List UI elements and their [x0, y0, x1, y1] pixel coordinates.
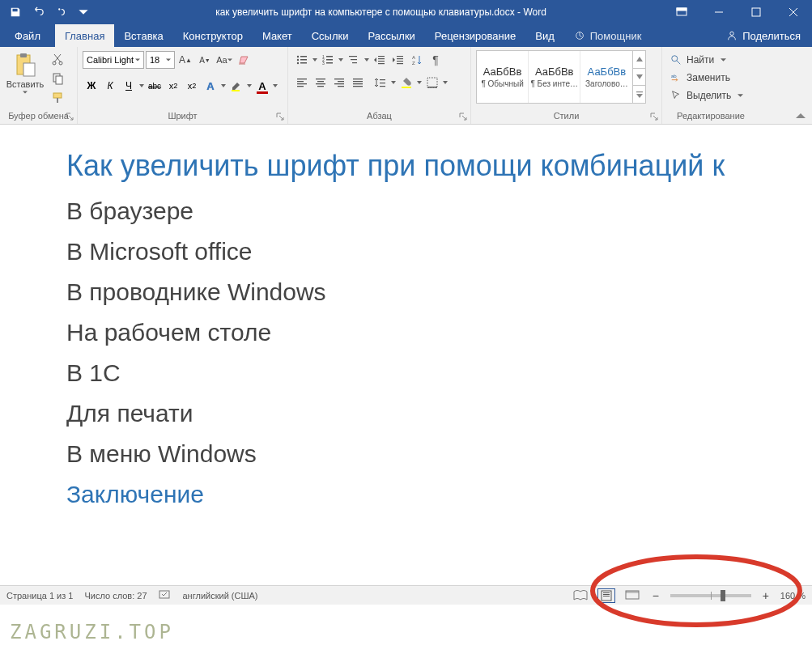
tab-file[interactable]: Файл: [0, 24, 55, 47]
tab-review[interactable]: Рецензирование: [425, 24, 525, 47]
show-marks-button[interactable]: ¶: [427, 51, 444, 69]
bold-button[interactable]: Ж: [83, 77, 100, 95]
zoom-slider[interactable]: [670, 594, 751, 597]
ribbon-display-options-button[interactable]: [663, 0, 700, 24]
change-case-button[interactable]: Aa: [215, 51, 233, 69]
document-area[interactable]: Как увеличить шрифт при помощи комбинаци…: [0, 125, 812, 585]
tab-mailings[interactable]: Рассылки: [358, 24, 424, 47]
sort-button[interactable]: AZ: [408, 51, 426, 69]
view-web-button[interactable]: [623, 588, 641, 603]
close-button[interactable]: [775, 0, 812, 24]
multilevel-dropdown[interactable]: [363, 51, 370, 69]
qat-customize-button[interactable]: [73, 2, 94, 23]
format-painter-button[interactable]: [49, 89, 66, 107]
paragraph-dialog-launcher[interactable]: [457, 111, 469, 122]
multilevel-list-button[interactable]: [345, 51, 363, 69]
font-dialog-launcher[interactable]: [274, 111, 286, 122]
tab-references[interactable]: Ссылки: [302, 24, 359, 47]
increase-indent-button[interactable]: [389, 51, 407, 69]
shading-dropdown[interactable]: [416, 74, 423, 91]
style-heading1[interactable]: АаБбВв Заголово…: [580, 51, 632, 103]
underline-dropdown[interactable]: [138, 77, 145, 95]
line-spacing-dropdown[interactable]: [390, 74, 397, 91]
style-no-spacing[interactable]: АаБбВв ¶ Без инте…: [529, 51, 580, 103]
font-color-button[interactable]: A: [253, 77, 271, 95]
grow-font-button[interactable]: A▲: [176, 51, 194, 69]
zoom-out-button[interactable]: −: [649, 589, 662, 602]
find-button[interactable]: Найти: [667, 52, 746, 68]
status-word-count[interactable]: Число слов: 27: [84, 591, 147, 601]
tell-me-button[interactable]: Помощник: [564, 24, 652, 47]
numbering-button[interactable]: 123: [319, 51, 337, 69]
doc-heading-1: Как увеличить шрифт при помощи комбинаци…: [66, 149, 812, 183]
clear-formatting-button[interactable]: [235, 51, 253, 69]
styles-dialog-launcher[interactable]: [648, 111, 660, 122]
justify-button[interactable]: [349, 74, 367, 91]
doc-section: В проводнике Windows: [66, 278, 812, 306]
bullets-button[interactable]: [293, 51, 311, 69]
text-effects-button[interactable]: A: [202, 77, 219, 95]
font-name-combo[interactable]: Calibri Light: [83, 51, 144, 69]
align-right-button[interactable]: [330, 74, 348, 91]
ribbon-tabs: Файл Главная Вставка Конструктор Макет С…: [0, 24, 812, 47]
borders-dropdown[interactable]: [442, 74, 449, 91]
status-proofing-icon[interactable]: [159, 589, 172, 602]
subscript-button[interactable]: x2: [164, 77, 182, 95]
tab-home[interactable]: Главная: [55, 24, 114, 47]
underline-button[interactable]: Ч: [120, 77, 138, 95]
collapse-ribbon-button[interactable]: [793, 109, 809, 122]
strikethrough-button[interactable]: abc: [146, 77, 164, 95]
redo-button[interactable]: [50, 2, 71, 23]
bullets-dropdown[interactable]: [312, 51, 318, 69]
share-button[interactable]: Поделиться: [715, 24, 812, 47]
gallery-down-button[interactable]: [633, 69, 645, 87]
view-print-button[interactable]: [597, 588, 615, 603]
save-button[interactable]: [5, 2, 26, 23]
zoom-level[interactable]: 160 %: [780, 591, 806, 601]
svg-rect-57: [353, 86, 363, 87]
window-title: как увеличить шрифт на компьютере с помо…: [99, 6, 663, 18]
zoom-in-button[interactable]: +: [759, 589, 772, 602]
maximize-button[interactable]: [738, 0, 775, 24]
gallery-more-button[interactable]: [633, 86, 645, 103]
highlight-button[interactable]: [227, 77, 245, 95]
svg-rect-43: [297, 81, 304, 82]
tab-layout[interactable]: Макет: [253, 24, 302, 47]
paste-button[interactable]: Вставить: [5, 50, 45, 105]
view-read-button[interactable]: [572, 588, 589, 603]
svg-rect-58: [380, 79, 385, 80]
align-center-button[interactable]: [312, 74, 329, 91]
borders-button[interactable]: [423, 74, 441, 91]
style-normal[interactable]: АаБбВв ¶ Обычный: [477, 51, 529, 103]
align-left-button[interactable]: [293, 74, 311, 91]
replace-button[interactable]: ab Заменить: [667, 70, 746, 86]
svg-point-21: [297, 62, 299, 64]
undo-button[interactable]: [28, 2, 49, 23]
copy-button[interactable]: [49, 70, 66, 87]
svg-rect-61: [402, 87, 411, 88]
status-page[interactable]: Страница 1 из 1: [6, 591, 73, 601]
zoom-slider-thumb[interactable]: [721, 590, 725, 601]
font-color-dropdown[interactable]: [272, 77, 278, 95]
select-button[interactable]: Выделить: [667, 87, 746, 104]
shrink-font-button[interactable]: A▼: [196, 51, 214, 69]
line-spacing-button[interactable]: [372, 74, 389, 91]
minimize-button[interactable]: [700, 0, 738, 24]
italic-button[interactable]: К: [101, 77, 119, 95]
cut-button[interactable]: [49, 50, 66, 68]
tab-view[interactable]: Вид: [525, 24, 564, 47]
clipboard-dialog-launcher[interactable]: [64, 111, 75, 122]
styles-gallery[interactable]: АаБбВв ¶ Обычный АаБбВв ¶ Без инте… АаБб…: [476, 50, 646, 104]
quick-access-toolbar: [0, 2, 99, 23]
superscript-button[interactable]: x2: [183, 77, 201, 95]
numbering-dropdown[interactable]: [338, 51, 344, 69]
text-effects-dropdown[interactable]: [220, 77, 227, 95]
highlight-dropdown[interactable]: [246, 77, 253, 95]
tab-design[interactable]: Конструктор: [173, 24, 253, 47]
shading-button[interactable]: [397, 74, 415, 91]
status-language[interactable]: английский (США): [183, 591, 258, 601]
gallery-up-button[interactable]: [633, 51, 645, 69]
tab-insert[interactable]: Вставка: [114, 24, 172, 47]
decrease-indent-button[interactable]: [371, 51, 389, 69]
font-size-combo[interactable]: 18: [146, 51, 175, 69]
